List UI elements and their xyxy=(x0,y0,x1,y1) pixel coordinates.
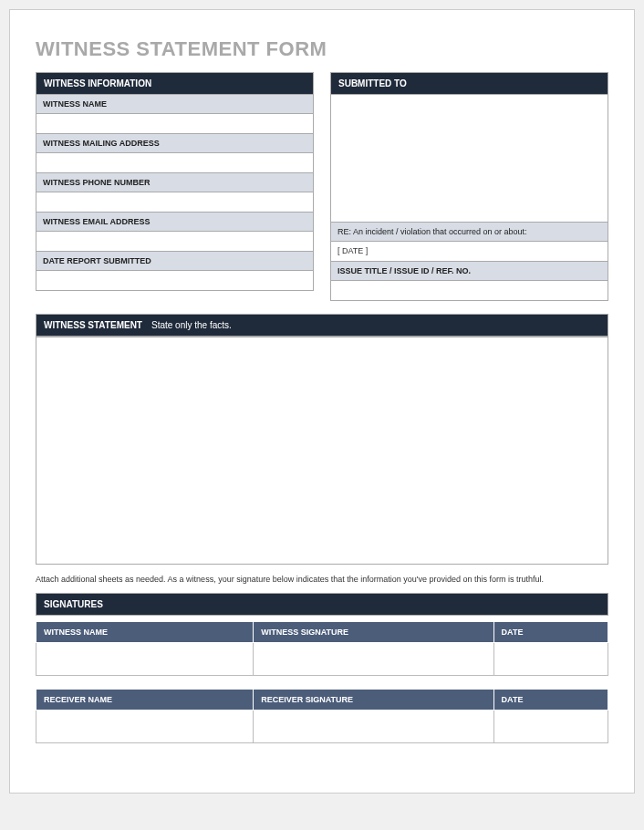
statement-header-title: WITNESS STATEMENT xyxy=(44,320,142,330)
receiver-date-col: DATE xyxy=(493,689,608,710)
table-row xyxy=(36,642,608,675)
witness-info-column: WITNESS INFORMATION WITNESS NAME WITNESS… xyxy=(36,72,314,301)
date-submitted-label: DATE REPORT SUBMITTED xyxy=(36,252,314,271)
form-page: WITNESS STATEMENT FORM WITNESS INFORMATI… xyxy=(9,9,635,794)
attach-note: Attach additional sheets as needed. As a… xyxy=(36,574,608,586)
submitted-to-header: SUBMITTED TO xyxy=(330,72,608,95)
issue-title-input[interactable] xyxy=(330,281,608,301)
submitted-to-column: SUBMITTED TO RE: An incident / violation… xyxy=(330,72,608,301)
statement-textarea[interactable] xyxy=(36,337,608,565)
receiver-name-cell[interactable] xyxy=(36,710,254,742)
witness-phone-label: WITNESS PHONE NUMBER xyxy=(36,173,314,192)
issue-title-label: ISSUE TITLE / ISSUE ID / REF. NO. xyxy=(330,262,608,281)
receiver-name-col: RECEIVER NAME xyxy=(36,689,254,710)
witness-signature-cell[interactable] xyxy=(254,642,493,675)
witness-name-label: WITNESS NAME xyxy=(36,95,314,114)
witness-email-label: WITNESS EMAIL ADDRESS xyxy=(36,213,314,232)
submitted-to-input[interactable] xyxy=(330,95,608,223)
receiver-signature-table: RECEIVER NAME RECEIVER SIGNATURE DATE xyxy=(36,689,608,743)
witness-info-header: WITNESS INFORMATION xyxy=(36,72,314,95)
witness-signature-table: WITNESS NAME WITNESS SIGNATURE DATE xyxy=(36,621,608,676)
top-columns: WITNESS INFORMATION WITNESS NAME WITNESS… xyxy=(36,72,608,301)
witness-email-input[interactable] xyxy=(36,232,314,252)
receiver-signature-cell[interactable] xyxy=(254,710,493,742)
witness-signature-col: WITNESS SIGNATURE xyxy=(254,621,493,642)
witness-address-input[interactable] xyxy=(36,153,314,173)
witness-name-input[interactable] xyxy=(36,114,314,134)
receiver-signature-col: RECEIVER SIGNATURE xyxy=(254,689,493,710)
witness-address-label: WITNESS MAILING ADDRESS xyxy=(36,134,314,153)
witness-date-col: DATE xyxy=(493,621,608,642)
statement-header-sub: State only the facts. xyxy=(151,320,232,330)
witness-name-cell[interactable] xyxy=(36,642,254,675)
witness-name-col: WITNESS NAME xyxy=(36,621,254,642)
re-date-input[interactable]: [ DATE ] xyxy=(330,242,608,262)
signatures-header: SIGNATURES xyxy=(36,593,608,616)
witness-phone-input[interactable] xyxy=(36,192,314,213)
form-title: WITNESS STATEMENT FORM xyxy=(36,37,608,61)
witness-date-cell[interactable] xyxy=(493,642,608,675)
receiver-date-cell[interactable] xyxy=(493,710,608,742)
date-submitted-input[interactable] xyxy=(36,271,314,291)
re-label: RE: An incident / violation that occurre… xyxy=(330,223,608,242)
table-row xyxy=(36,710,608,742)
statement-header: WITNESS STATEMENT State only the facts. xyxy=(36,314,608,337)
